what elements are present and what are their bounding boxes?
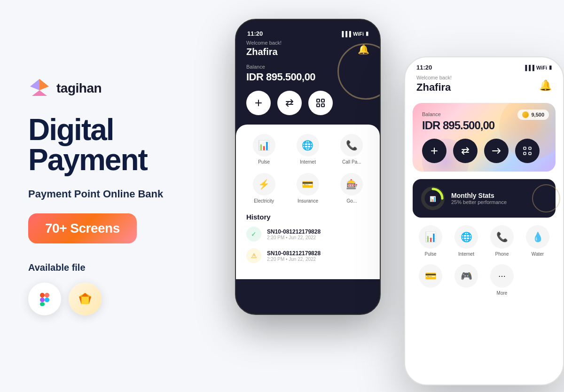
logo-row: tagihan (28, 77, 207, 100)
service-game-light[interactable]: 🎮 (454, 264, 478, 296)
svg-marker-0 (39, 79, 49, 90)
add-button-light[interactable] (422, 139, 446, 163)
internet-icon: 🌐 (297, 134, 319, 157)
balance-card: 9,500 Balance IDR 895.500,00 (413, 103, 556, 172)
svg-rect-15 (317, 99, 320, 102)
history-time-1: 2:20 PM • Jun 22, 2022 (267, 235, 369, 240)
service-pulse[interactable]: 📊 Pulse (246, 134, 282, 165)
history-section: History ✓ SN10-081212179828 2:20 PM • Ju… (246, 213, 369, 263)
svg-marker-1 (30, 79, 39, 90)
phone-label-light: Phone (495, 251, 509, 257)
water-label-light: Water (532, 251, 544, 257)
services-row-2: 💳 🎮 ⋯ More (413, 264, 556, 296)
svg-rect-4 (40, 298, 45, 302)
signal-icon-light: ▐▐▐ (523, 65, 534, 71)
service-more-light[interactable]: ⋯ More (490, 264, 514, 296)
history-info-1: SN10-081212179828 2:20 PM • Jun 22, 2022 (267, 228, 369, 240)
send-icon-light (492, 146, 501, 156)
service-card-light[interactable]: 💳 (419, 264, 442, 296)
service-internet-light[interactable]: 🌐 Internet (454, 225, 478, 257)
hero-subtitle: Payment Point Online Bank (28, 188, 207, 200)
svg-rect-16 (321, 99, 324, 102)
history-info-2: SN10-081212179828 2:20 PM • Jun 22, 2022 (267, 250, 369, 262)
add-button-dark[interactable] (246, 91, 271, 115)
light-services: 📊 Pulse 🌐 Internet 📞 Phone 💧 Water (405, 225, 563, 296)
service-electricity[interactable]: ⚡ Electricity (246, 173, 282, 204)
transfer-button-dark[interactable] (277, 91, 302, 115)
transfer-icon-dark (284, 98, 295, 108)
service-water-light[interactable]: 💧 Water (526, 225, 549, 257)
game-icon-light: 🎮 (454, 264, 478, 288)
history-item-1[interactable]: ✓ SN10-081212179828 2:20 PM • Jun 22, 20… (246, 227, 369, 242)
svg-marker-10 (79, 297, 81, 304)
history-sn-2: SN10-081212179828 (267, 250, 369, 257)
transfer-button-light[interactable] (453, 139, 478, 163)
electricity-icon: ⚡ (253, 173, 275, 196)
battery-icon-light: ▮ (549, 64, 552, 71)
svg-marker-2 (32, 90, 47, 96)
svg-marker-11 (89, 297, 91, 304)
time-light: 11:20 (416, 64, 432, 71)
svg-rect-21 (524, 147, 526, 149)
plus-icon-dark (253, 98, 264, 108)
svg-rect-23 (524, 152, 526, 155)
figma-icon-circle[interactable] (28, 282, 61, 315)
scan-icon-light (523, 146, 532, 156)
more-icon-light: ⋯ (490, 264, 514, 288)
pulse-icon-light: 📊 (419, 225, 442, 249)
signal-icon: ▐▐▐ (340, 31, 351, 37)
services-row-1: 📊 Pulse 🌐 Internet 📞 Phone 💧 Water (413, 225, 556, 257)
battery-icon: ▮ (366, 31, 368, 37)
stats-chart: 📊 (421, 187, 445, 210)
service-pulse-light[interactable]: 📊 Pulse (419, 225, 442, 257)
brand-name: tagihan (56, 81, 102, 96)
dark-services-grid: 📊 Pulse 🌐 Internet 📞 Call Pa... ⚡ Electr… (236, 125, 380, 279)
stats-arc-svg: 📊 (421, 187, 445, 210)
history-item-2[interactable]: ⚠ SN10-081212179828 2:20 PM • Jun 22, 20… (246, 248, 369, 263)
svg-rect-5 (40, 302, 45, 306)
scan-button-light[interactable] (515, 139, 540, 163)
history-sn-1: SN10-081212179828 (267, 228, 369, 235)
send-button-light[interactable] (484, 139, 509, 163)
service-go[interactable]: 🎰 Go... (334, 173, 369, 204)
phone-front: 11:20 ▐▐▐ WiFi ▮ Welcome back! Zhafira 🔔 (404, 56, 564, 385)
monthly-stats[interactable]: 📊 Monthly Stats 25% better performance (413, 179, 556, 218)
service-placeholder (526, 264, 549, 296)
insurance-icon: 💳 (297, 173, 319, 196)
time-dark: 11:20 (247, 30, 263, 37)
service-internet[interactable]: 🌐 Internet (290, 134, 325, 165)
internet-label-light: Internet (458, 251, 474, 257)
sketch-icon (78, 292, 92, 306)
service-callpa[interactable]: 📞 Call Pa... (334, 134, 369, 165)
svg-text:📊: 📊 (430, 196, 436, 202)
services-grid: 📊 Pulse 🌐 Internet 📞 Call Pa... ⚡ Electr… (246, 134, 369, 204)
phones-area: 11:20 ▐▐▐ WiFi ▮ Welcome back! Zhafira 🔔 (207, 14, 564, 390)
internet-label: Internet (300, 159, 316, 165)
available-label: Available file (28, 262, 207, 273)
bell-icon-light[interactable]: 🔔 (539, 79, 552, 92)
scan-button-dark[interactable] (308, 91, 333, 115)
balance-amount-light: IDR 895.500,00 (422, 119, 546, 132)
status-icons-light: ▐▐▐ WiFi ▮ (523, 64, 552, 71)
coin-value: 9,500 (531, 112, 544, 118)
internet-icon-light: 🌐 (454, 225, 478, 249)
coin-badge: 9,500 (517, 110, 549, 120)
pulse-label: Pulse (258, 159, 270, 165)
go-label: Go... (346, 198, 357, 204)
phone-back: 11:20 ▐▐▐ WiFi ▮ Welcome back! Zhafira 🔔 (235, 19, 381, 315)
svg-rect-24 (529, 152, 531, 155)
service-phone-light[interactable]: 📞 Phone (490, 225, 514, 257)
action-buttons-light (422, 139, 546, 163)
hero-headline: Digital Payment (28, 115, 207, 175)
transfer-icon-light (461, 146, 470, 156)
service-insurance[interactable]: 💳 Insurance (290, 173, 325, 204)
water-icon-light: 💧 (526, 225, 549, 249)
card-icon-light: 💳 (419, 264, 442, 288)
electricity-label: Electricity (254, 198, 274, 204)
sketch-icon-circle[interactable] (69, 282, 102, 315)
pulse-label-light: Pulse (424, 251, 436, 257)
history-time-2: 2:20 PM • Jun 22, 2022 (267, 257, 369, 262)
phone-back-notch (280, 20, 336, 31)
user-name-dark: Zhafira (246, 47, 282, 57)
phone-front-notch (456, 57, 512, 69)
